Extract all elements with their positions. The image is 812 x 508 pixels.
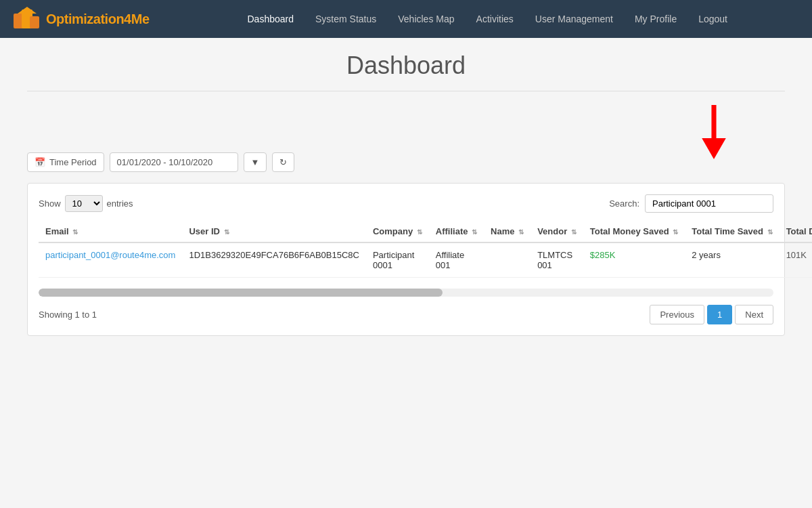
svg-marker-5 xyxy=(702,138,726,159)
table-row: participant_0001@route4me.com 1D1B362932… xyxy=(39,242,812,278)
table-section: Show 10 25 50 100 entries Search: Email xyxy=(27,183,785,336)
col-vendor[interactable]: Vendor ⇅ xyxy=(531,221,583,242)
showing-text: Showing 1 to 1 xyxy=(39,310,97,320)
title-divider xyxy=(27,91,785,91)
show-label: Show xyxy=(39,198,61,209)
nav-dashboard[interactable]: Dashboard xyxy=(238,9,304,28)
nav-user-management[interactable]: User Management xyxy=(526,9,623,28)
cell-affiliate: Affiliate 001 xyxy=(429,242,484,278)
cell-total-money-saved: $285K xyxy=(583,242,685,278)
col-email[interactable]: Email ⇅ xyxy=(39,221,182,242)
cell-total-distance-saved: 101K xyxy=(780,242,812,278)
nav-activities[interactable]: Activities xyxy=(467,9,523,28)
arrow-annotation xyxy=(27,105,785,159)
table-header-controls: Show 10 25 50 100 entries Search: xyxy=(39,194,773,213)
cell-total-time-saved: 2 years xyxy=(685,242,779,278)
total-money-sort-icon: ⇅ xyxy=(673,228,678,236)
search-label: Search: xyxy=(609,198,639,209)
table-header-row: Email ⇅ User ID ⇅ Company ⇅ Affiliate ⇅ xyxy=(39,221,812,242)
entries-select[interactable]: 10 25 50 100 xyxy=(65,195,103,212)
show-entries: Show 10 25 50 100 entries xyxy=(39,195,133,212)
col-total-time-saved[interactable]: Total Time Saved ⇅ xyxy=(685,221,779,242)
cell-user-id: 1D1B3629320E49FCA76B6F6AB0B15C8C xyxy=(182,242,366,278)
col-affiliate[interactable]: Affiliate ⇅ xyxy=(429,221,484,242)
cell-company: Participant 0001 xyxy=(366,242,429,278)
search-input[interactable] xyxy=(645,194,773,213)
brand-text: Optimization4Me xyxy=(46,12,150,27)
red-arrow-icon xyxy=(697,105,731,159)
col-name[interactable]: Name ⇅ xyxy=(484,221,531,242)
brand-icon xyxy=(14,7,41,31)
navbar: Optimization4Me Dashboard System Status … xyxy=(0,0,812,38)
company-sort-icon: ⇅ xyxy=(417,228,422,236)
nav-logout[interactable]: Logout xyxy=(689,9,737,28)
svg-rect-2 xyxy=(30,16,39,28)
horizontal-scrollbar[interactable] xyxy=(39,289,773,297)
email-sort-icon: ⇅ xyxy=(72,228,78,236)
affiliate-sort-icon: ⇅ xyxy=(472,228,477,236)
col-total-distance-saved[interactable]: Total Distance Saved ⇅ xyxy=(780,221,812,242)
email-link[interactable]: participant_0001@route4me.com xyxy=(45,250,175,260)
page-title: Dashboard xyxy=(27,51,785,80)
data-table: Email ⇅ User ID ⇅ Company ⇅ Affiliate ⇅ xyxy=(39,221,812,278)
vendor-sort-icon: ⇅ xyxy=(571,228,577,236)
next-button[interactable]: Next xyxy=(735,305,773,324)
main-content: Dashboard 📅 Time Period ▼ ↻ Show 10 25 5… xyxy=(14,38,798,350)
brand-logo[interactable]: Optimization4Me xyxy=(14,7,150,31)
svg-marker-3 xyxy=(18,7,37,14)
cell-name xyxy=(484,242,531,278)
entries-label: entries xyxy=(107,198,133,209)
pagination-bar: Showing 1 to 1 Previous 1 Next xyxy=(39,305,773,324)
cell-email: participant_0001@route4me.com xyxy=(39,242,182,278)
pagination-buttons: Previous 1 Next xyxy=(650,305,773,324)
nav-system-status[interactable]: System Status xyxy=(306,9,386,28)
scrollbar-thumb[interactable] xyxy=(39,289,443,297)
nav-vehicles-map[interactable]: Vehicles Map xyxy=(388,9,464,28)
cell-vendor: TLMTCS 001 xyxy=(531,242,583,278)
search-box: Search: xyxy=(609,194,773,213)
col-user-id[interactable]: User ID ⇅ xyxy=(182,221,366,242)
userid-sort-icon: ⇅ xyxy=(224,228,229,236)
previous-button[interactable]: Previous xyxy=(650,305,704,324)
col-company[interactable]: Company ⇅ xyxy=(366,221,429,242)
nav-my-profile[interactable]: My Profile xyxy=(625,9,686,28)
total-time-sort-icon: ⇅ xyxy=(767,228,773,236)
nav-links: Dashboard System Status Vehicles Map Act… xyxy=(177,9,798,28)
col-total-money-saved[interactable]: Total Money Saved ⇅ xyxy=(583,221,685,242)
name-sort-icon: ⇅ xyxy=(518,228,524,236)
page-1-button[interactable]: 1 xyxy=(707,305,732,324)
